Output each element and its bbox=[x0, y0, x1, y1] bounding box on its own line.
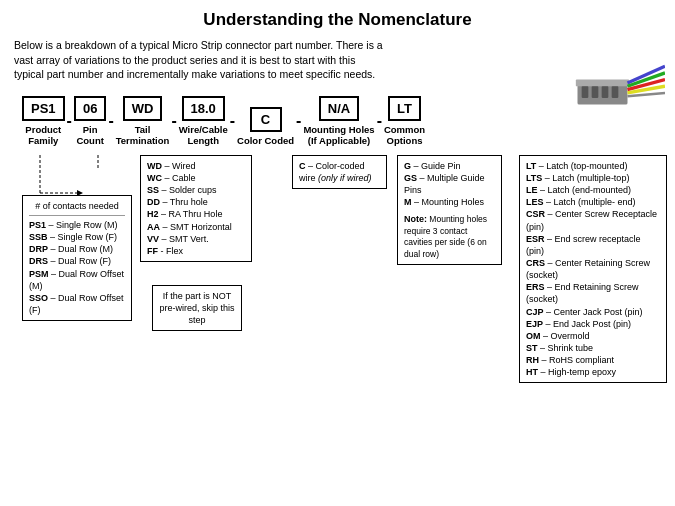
mounting-note: Note: Mounting holes require 3 contact c… bbox=[404, 213, 495, 260]
connector-image bbox=[565, 55, 665, 115]
svg-rect-9 bbox=[602, 86, 609, 98]
segment-pin: 06 PinCount bbox=[74, 96, 106, 147]
segment-wire: 18.0 Wire/CableLength bbox=[179, 96, 228, 147]
segment-tail: WD TailTermination bbox=[116, 96, 170, 147]
product-family-items: PS1 – Single Row (M) SSB – Single Row (F… bbox=[29, 219, 125, 316]
skip-step-text: If the part is NOT pre-wired, skip this … bbox=[159, 290, 235, 326]
segment-mount: N/A Mounting Holes(If Applicable) bbox=[303, 96, 374, 147]
annotation-common: LT – Latch (top-mounted) LTS – Latch (mu… bbox=[519, 155, 667, 384]
annotation-skip-step: If the part is NOT pre-wired, skip this … bbox=[152, 285, 242, 331]
part-box-pin: 06 bbox=[74, 96, 106, 121]
segment-common: LT CommonOptions bbox=[384, 96, 425, 147]
mounting-items: G – Guide Pin GS – Multiple Guide Pins M… bbox=[404, 160, 495, 209]
annotation-tail: WD – Wired WC – Cable SS – Solder cups D… bbox=[140, 155, 252, 262]
part-box-mount: N/A bbox=[319, 96, 359, 121]
svg-rect-8 bbox=[592, 86, 599, 98]
part-label-tail: TailTermination bbox=[116, 124, 170, 147]
svg-rect-10 bbox=[612, 86, 619, 98]
part-label-wire: Wire/CableLength bbox=[179, 124, 228, 147]
part-label-common: CommonOptions bbox=[384, 124, 425, 147]
tail-items: WD – Wired WC – Cable SS – Solder cups D… bbox=[147, 160, 245, 257]
page: Understanding the Nomenclature Below is … bbox=[0, 0, 675, 506]
part-box-ps1: PS1 bbox=[22, 96, 65, 121]
segment-ps1: PS1 ProductFamily bbox=[22, 96, 65, 147]
segment-color: C Color Coded bbox=[237, 107, 294, 146]
part-label-color: Color Coded bbox=[237, 135, 294, 146]
part-box-tail: WD bbox=[123, 96, 163, 121]
part-box-wire: 18.0 bbox=[182, 96, 225, 121]
svg-rect-7 bbox=[582, 86, 589, 98]
part-label-pin: PinCount bbox=[76, 124, 103, 147]
part-box-common: LT bbox=[388, 96, 421, 121]
annotation-product-family: # of contacts needed PS1 – Single Row (M… bbox=[22, 195, 132, 321]
product-family-header: # of contacts needed bbox=[29, 200, 125, 212]
part-label-ps1: ProductFamily bbox=[25, 124, 61, 147]
part-box-color: C bbox=[250, 107, 282, 132]
part-label-mount: Mounting Holes(If Applicable) bbox=[303, 124, 374, 147]
annotation-color: C – Color-coded wire (only if wired) bbox=[292, 155, 387, 189]
intro-text: Below is a breakdown of a typical Micro … bbox=[14, 38, 384, 82]
common-items: LT – Latch (top-mounted) LTS – Latch (mu… bbox=[526, 160, 660, 379]
annotation-mounting: G – Guide Pin GS – Multiple Guide Pins M… bbox=[397, 155, 502, 265]
svg-rect-1 bbox=[576, 80, 629, 87]
color-items: C – Color-coded wire (only if wired) bbox=[299, 160, 380, 184]
page-title: Understanding the Nomenclature bbox=[14, 10, 661, 30]
